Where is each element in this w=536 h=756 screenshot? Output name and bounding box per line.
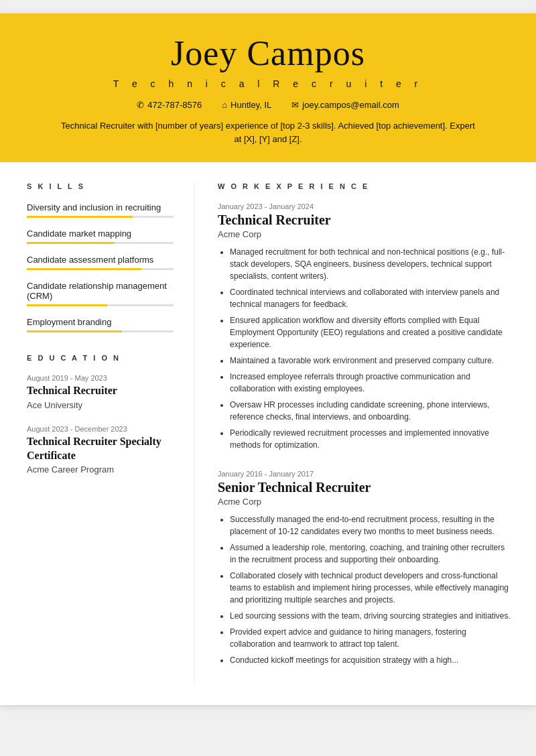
work-date: January 2016 - January 2017 <box>218 470 513 478</box>
work-company: Acme Corp <box>218 497 513 507</box>
location-contact: ⌂ Huntley, IL <box>222 100 271 110</box>
work-title: Senior Technical Recruiter <box>218 480 513 495</box>
bullet-item: Periodically reviewed recruitment proces… <box>230 427 513 451</box>
work-item: January 2016 - January 2017 Senior Techn… <box>218 470 513 666</box>
edu-degree: Technical Recruiter Specialty Certificat… <box>27 435 174 463</box>
skill-name: Candidate assessment platforms <box>27 255 174 265</box>
bullet-item: Ensured application workflow and diversi… <box>230 314 513 351</box>
skill-item: Candidate assessment platforms <box>27 255 174 270</box>
bullet-item: Conducted kickoff meetings for acquisiti… <box>230 654 513 666</box>
skill-bar <box>27 242 174 244</box>
work-section-title: W O R K E X P E R I E N C E <box>218 182 513 190</box>
education-section: E D U C A T I O N August 2019 - May 2023… <box>27 354 174 475</box>
skill-name: Diversity and inclusion in recruiting <box>27 202 174 212</box>
left-column: S K I L L S Diversity and inclusion in r… <box>0 182 194 685</box>
skills-section-title: S K I L L S <box>27 182 174 190</box>
work-date: January 2023 - January 2024 <box>218 202 513 210</box>
bullet-item: Led sourcing sessions with the team, dri… <box>230 610 513 622</box>
email-contact: ✉ joey.campos@email.com <box>291 100 399 110</box>
skill-bar <box>27 268 174 270</box>
skills-list: Diversity and inclusion in recruiting Ca… <box>27 202 174 332</box>
right-column: W O R K E X P E R I E N C E January 2023… <box>194 182 536 685</box>
skill-item: Employment branding <box>27 317 174 332</box>
phone-contact: ✆ 472-787-8576 <box>137 100 202 110</box>
bullet-item: Collaborated closely with technical prod… <box>230 570 513 606</box>
skill-bar-fill <box>27 216 133 218</box>
body-section: S K I L L S Diversity and inclusion in r… <box>0 162 536 705</box>
contact-row: ✆ 472-787-8576 ⌂ Huntley, IL ✉ joey.camp… <box>27 100 509 110</box>
bullet-item: Assumed a leadership role, mentoring, co… <box>230 542 513 566</box>
work-title: Technical Recruiter <box>218 212 513 228</box>
skill-item: Diversity and inclusion in recruiting <box>27 202 174 218</box>
skill-bar <box>27 216 174 218</box>
skill-item: Candidate relationship management (CRM) <box>27 281 174 306</box>
work-bullets: Successfully managed the end-to-end recr… <box>218 513 513 666</box>
education-list: August 2019 - May 2023 Technical Recruit… <box>27 374 174 475</box>
location-text: Huntley, IL <box>230 100 271 110</box>
edu-school: Ace University <box>27 400 174 410</box>
candidate-name: Joey Campos <box>27 34 509 73</box>
skill-item: Candidate market mapping <box>27 229 174 244</box>
skills-section: S K I L L S Diversity and inclusion in r… <box>27 182 174 332</box>
bullet-item: Managed recruitment for both technical a… <box>230 246 513 282</box>
phone-number: 472-787-8576 <box>147 100 202 110</box>
edu-degree: Technical Recruiter <box>27 384 174 398</box>
skill-bar-fill <box>27 304 107 306</box>
bullet-item: Provided expert advice and guidance to h… <box>230 626 513 650</box>
skill-bar-fill <box>27 268 141 270</box>
email-link[interactable]: joey.campos@email.com <box>302 100 399 110</box>
bullet-item: Coordinated technical interviews and col… <box>230 286 513 310</box>
location-icon: ⌂ <box>222 100 227 110</box>
edu-date: August 2023 - December 2023 <box>27 425 174 433</box>
phone-icon: ✆ <box>137 100 144 110</box>
skill-name: Candidate relationship management (CRM) <box>27 281 174 301</box>
email-icon: ✉ <box>291 100 299 110</box>
bullet-item: Successfully managed the end-to-end recr… <box>230 513 513 538</box>
skill-bar-fill <box>27 242 115 244</box>
work-bullets: Managed recruitment for both technical a… <box>218 246 513 451</box>
edu-date: August 2019 - May 2023 <box>27 374 174 382</box>
summary-text: Technical Recruiter with [number of year… <box>60 119 476 145</box>
education-item: August 2023 - December 2023 Technical Re… <box>27 425 174 475</box>
skill-name: Employment branding <box>27 317 174 327</box>
skill-bar <box>27 330 174 332</box>
edu-school: Acme Career Program <box>27 464 174 475</box>
bullet-item: Oversaw HR processes including candidate… <box>230 399 513 423</box>
bullet-item: Increased employee referrals through pro… <box>230 371 513 395</box>
education-section-title: E D U C A T I O N <box>27 354 174 362</box>
resume-document: Joey Campos T e c h n i c a l R e c r u … <box>0 13 536 705</box>
work-company: Acme Corp <box>218 229 513 239</box>
candidate-title: T e c h n i c a l R e c r u i t e r <box>27 78 509 89</box>
skill-bar <box>27 304 174 306</box>
work-list: January 2023 - January 2024 Technical Re… <box>218 202 513 666</box>
skill-name: Candidate market mapping <box>27 229 174 239</box>
skill-bar-fill <box>27 330 122 332</box>
work-item: January 2023 - January 2024 Technical Re… <box>218 202 513 451</box>
education-item: August 2019 - May 2023 Technical Recruit… <box>27 374 174 410</box>
header-section: Joey Campos T e c h n i c a l R e c r u … <box>0 13 536 162</box>
bullet-item: Maintained a favorable work environment … <box>230 355 513 367</box>
